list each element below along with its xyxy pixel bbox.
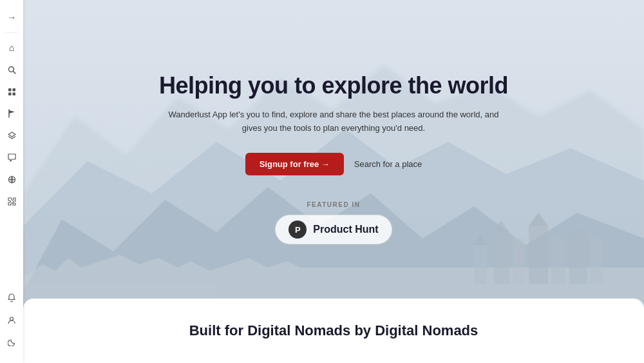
svg-rect-2 [8,88,12,92]
svg-rect-5 [12,92,15,95]
globe-icon[interactable] [3,170,21,188]
hero-subtitle: Wanderlust App let's you to find, explor… [166,108,501,135]
svg-rect-3 [12,88,15,92]
svg-line-1 [13,71,15,74]
product-hunt-name: Product Hunt [313,224,378,235]
svg-point-9 [10,317,14,320]
product-hunt-badge[interactable]: P Product Hunt [275,215,392,244]
sidebar: → ⌂ [0,0,23,363]
featured-section: FEATURED IN P Product Hunt [275,201,392,244]
sidebar-bottom [3,287,21,357]
user-icon[interactable] [3,311,21,329]
svg-rect-4 [8,92,12,95]
grid-icon[interactable] [3,83,21,101]
featured-label: FEATURED IN [307,201,361,208]
search-place-button[interactable]: Search for a place [354,159,422,169]
puzzle-icon[interactable] [3,192,21,210]
sidebar-divider-1 [5,32,18,33]
moon-icon[interactable] [3,333,21,351]
hero-section: Helping you to explore the world Wanderl… [23,0,644,316]
hero-buttons: Signup for free → Search for a place [245,153,422,175]
layers-icon[interactable] [3,126,21,144]
main-content: Helping you to explore the world Wanderl… [23,0,644,363]
bottom-title: Built for Digital Nomads by Digital Noma… [189,322,478,339]
product-hunt-logo: P [289,221,307,239]
chat-icon[interactable] [3,148,21,166]
search-icon[interactable] [3,61,21,79]
flag-icon[interactable] [3,104,21,123]
home-icon[interactable]: ⌂ [3,39,21,57]
arrow-right-icon[interactable]: → [3,8,21,26]
hero-title: Helping you to explore the world [159,72,508,99]
notification-icon[interactable] [3,289,21,307]
bottom-card: Built for Digital Nomads by Digital Noma… [23,299,644,363]
signup-button[interactable]: Signup for free → [245,153,344,175]
